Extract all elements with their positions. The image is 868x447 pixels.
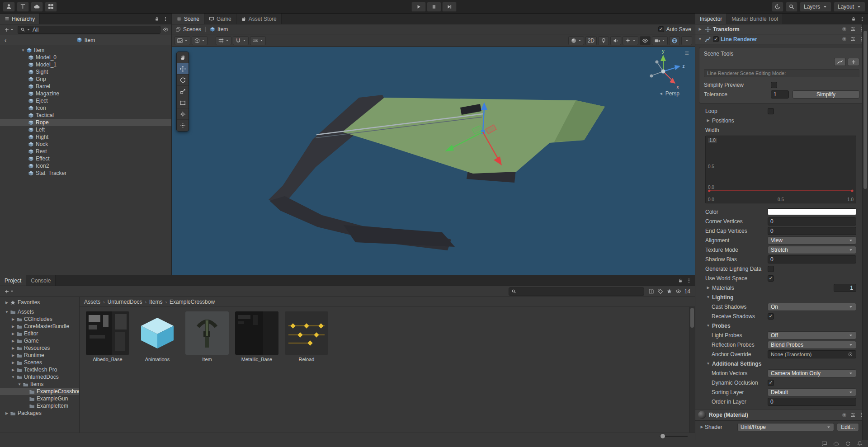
hierarchy-item-model_1[interactable]: Model_1 bbox=[0, 61, 171, 68]
projection-toggle[interactable]: ◄Persp bbox=[659, 90, 679, 97]
cloud-button[interactable] bbox=[31, 2, 43, 12]
tab-master-bundle-tool[interactable]: Master Bundle Tool bbox=[727, 14, 783, 24]
cloud-icon[interactable] bbox=[833, 441, 839, 447]
asset-albedo_base[interactable]: Albedo_Base bbox=[86, 311, 129, 362]
project-folder-coremasterbundle[interactable]: ▶CoreMasterBundle bbox=[0, 323, 79, 330]
sync-icon[interactable] bbox=[845, 441, 851, 447]
hidden-count-eye-icon[interactable] bbox=[675, 288, 681, 294]
scene-visibility-icon[interactable] bbox=[163, 27, 169, 33]
move-tool-button[interactable] bbox=[177, 63, 189, 75]
number-field-end-cap-vertices[interactable]: 0 bbox=[768, 227, 856, 235]
pause-button[interactable] bbox=[427, 2, 441, 12]
foldout-arrow[interactable]: ▼ bbox=[20, 48, 26, 52]
breadcrumb-scenes[interactable]: Scenes bbox=[183, 26, 201, 33]
asset-item[interactable]: Item bbox=[185, 311, 229, 362]
undo-history-button[interactable] bbox=[772, 2, 783, 12]
snap-settings-button[interactable] bbox=[233, 36, 249, 45]
project-folder-assets[interactable]: ▼Assets bbox=[0, 308, 79, 315]
tool-settings-button[interactable] bbox=[175, 36, 190, 45]
hierarchy-item-grip[interactable]: Grip bbox=[0, 75, 171, 83]
scrollbar-thumb[interactable] bbox=[690, 308, 694, 328]
foldout-arrow[interactable]: ▼ bbox=[4, 310, 10, 314]
presets-icon[interactable] bbox=[850, 26, 856, 32]
save-search-icon[interactable] bbox=[666, 288, 672, 294]
breadcrumb-unturneddocs[interactable]: UnturnedDocs bbox=[108, 299, 142, 305]
section-header-additional-settings[interactable]: ▼Additional Settings bbox=[695, 359, 868, 368]
line-renderer-component-header[interactable]: ▼ Line Renderer ? bbox=[695, 34, 868, 44]
transform-tool-button[interactable] bbox=[177, 108, 189, 120]
section-header-lighting[interactable]: ▼Lighting bbox=[695, 292, 868, 302]
breadcrumb-examplecrossbow[interactable]: ExampleCrossbow bbox=[170, 299, 215, 305]
services-button[interactable] bbox=[45, 2, 57, 12]
hierarchy-search-input[interactable]: All bbox=[18, 26, 160, 34]
view-options-button[interactable] bbox=[192, 36, 208, 45]
increment-snap-button[interactable] bbox=[250, 36, 266, 45]
color-field[interactable] bbox=[768, 208, 856, 215]
project-folder-packages[interactable]: ▶Packages bbox=[0, 409, 79, 417]
foldout-arrow[interactable]: ▼ bbox=[697, 37, 703, 41]
foldout-arrow[interactable]: ▶ bbox=[699, 425, 705, 429]
hierarchy-item-model_0[interactable]: Model_0 bbox=[0, 54, 171, 61]
help-icon[interactable]: ? bbox=[841, 36, 847, 42]
thumbnail-size-slider[interactable] bbox=[660, 436, 688, 437]
lock-icon[interactable] bbox=[154, 16, 160, 22]
help-icon[interactable]: ? bbox=[841, 26, 847, 32]
hierarchy-item-icon2[interactable]: Icon2 bbox=[0, 162, 171, 169]
width-curve-editor[interactable]: 1.0 0.5 0.0 0.0 0.5 1.0 bbox=[705, 136, 856, 203]
object-field-anchor-override[interactable]: None (Transform) bbox=[768, 350, 856, 358]
toggle-2d-button[interactable]: 2D bbox=[585, 36, 597, 45]
edit-curve-button[interactable] bbox=[834, 58, 846, 66]
project-folder-game[interactable]: ▶Game bbox=[0, 337, 79, 344]
foldout-arrow[interactable]: ▶ bbox=[4, 411, 10, 415]
dropdown-light-probes[interactable]: Off bbox=[768, 331, 856, 339]
foldout-arrow[interactable]: ▼ bbox=[10, 375, 16, 379]
hierarchy-item-eject[interactable]: Eject bbox=[0, 97, 171, 104]
hierarchy-item-stat_tracker[interactable]: Stat_Tracker bbox=[0, 169, 171, 177]
positions-row[interactable]: ▶Positions bbox=[695, 116, 868, 125]
hierarchy-item-left[interactable]: Left bbox=[0, 126, 171, 133]
back-button[interactable]: ‹ bbox=[0, 37, 11, 44]
layers-dropdown[interactable]: Layers bbox=[800, 2, 831, 12]
project-folder-resources[interactable]: ▶Resources bbox=[0, 344, 79, 352]
hierarchy-item-sight[interactable]: Sight bbox=[0, 68, 171, 75]
asset-reload[interactable]: Reload bbox=[285, 311, 328, 362]
dropdown-texture-mode[interactable]: Stretch bbox=[768, 246, 856, 254]
foldout-arrow[interactable]: ▶ bbox=[10, 361, 16, 365]
asset-animations[interactable]: Animations bbox=[136, 311, 179, 362]
simplify-button[interactable]: Simplify bbox=[793, 90, 859, 99]
tab-project[interactable]: Project bbox=[0, 275, 26, 286]
section-header-probes[interactable]: ▼Probes bbox=[695, 321, 868, 330]
dropdown-sorting-layer[interactable]: Default bbox=[768, 388, 856, 396]
scale-tool-button[interactable] bbox=[177, 86, 189, 97]
gizmos-toggle-button[interactable] bbox=[669, 36, 680, 45]
help-icon[interactable]: ? bbox=[841, 412, 847, 418]
kebab-menu-icon[interactable] bbox=[859, 16, 865, 22]
shader-edit-button[interactable]: Edit... bbox=[837, 423, 859, 431]
text-tool-button[interactable] bbox=[17, 2, 29, 12]
material-header[interactable]: Rope (Material) ? bbox=[695, 409, 868, 421]
foldout-arrow[interactable]: ▶ bbox=[10, 317, 16, 321]
lock-icon[interactable] bbox=[851, 16, 856, 22]
foldout-arrow[interactable]: ▶ bbox=[4, 301, 10, 305]
tab-asset-store[interactable]: Asset Store bbox=[236, 14, 282, 24]
number-field-corner-vertices[interactable]: 0 bbox=[768, 217, 856, 226]
number-field-order-in-layer[interactable]: 0 bbox=[768, 398, 856, 406]
project-folder-items[interactable]: ▼Items bbox=[0, 381, 79, 388]
dropdown-alignment[interactable]: View bbox=[768, 236, 856, 245]
slider-knob[interactable] bbox=[660, 434, 665, 438]
messages-icon[interactable] bbox=[821, 441, 827, 447]
checkbox-use-world-space[interactable] bbox=[768, 275, 774, 282]
scene-viewport[interactable]: y z x ◄Persp bbox=[172, 47, 695, 275]
create-asset-button[interactable] bbox=[3, 287, 15, 296]
hierarchy-item-item[interactable]: ▼Item bbox=[0, 47, 171, 54]
simplify-preview-checkbox[interactable] bbox=[771, 82, 777, 88]
hierarchy-item-icon[interactable]: Icon bbox=[0, 104, 171, 112]
tab-hierarchy[interactable]: Hierarchy bbox=[0, 14, 40, 24]
component-enabled-checkbox[interactable] bbox=[713, 36, 719, 42]
size-field[interactable]: 1 bbox=[834, 284, 856, 292]
project-search-input[interactable] bbox=[509, 287, 644, 296]
hierarchy-item-barrel[interactable]: Barrel bbox=[0, 83, 171, 90]
presets-icon[interactable] bbox=[850, 36, 856, 42]
asset-metallic_base[interactable]: Metallic_Base bbox=[235, 311, 278, 362]
project-folder-editor[interactable]: ▶Editor bbox=[0, 330, 79, 337]
